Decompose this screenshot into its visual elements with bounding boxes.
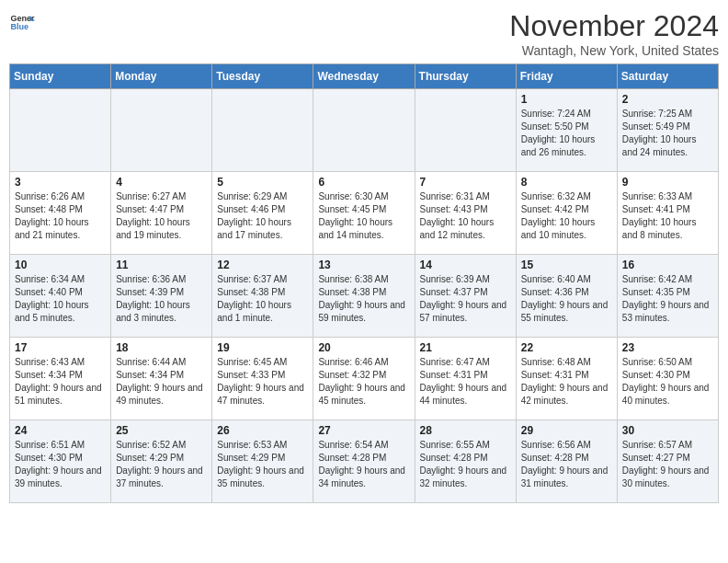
calendar-cell: 18Sunrise: 6:44 AM Sunset: 4:34 PM Dayli… <box>111 338 212 420</box>
calendar-cell: 12Sunrise: 6:37 AM Sunset: 4:38 PM Dayli… <box>212 255 313 338</box>
day-of-week-header: Tuesday <box>212 64 313 89</box>
day-info: Sunrise: 6:51 AM Sunset: 4:30 PM Dayligh… <box>15 439 106 490</box>
day-info: Sunrise: 6:43 AM Sunset: 4:34 PM Dayligh… <box>15 356 106 408</box>
day-number: 21 <box>420 341 511 354</box>
calendar-cell: 22Sunrise: 6:48 AM Sunset: 4:31 PM Dayli… <box>516 338 617 420</box>
day-number: 30 <box>622 424 713 437</box>
calendar-cell <box>313 89 415 172</box>
day-info: Sunrise: 6:53 AM Sunset: 4:29 PM Dayligh… <box>217 439 308 490</box>
day-number: 17 <box>15 341 106 354</box>
day-number: 15 <box>521 259 612 271</box>
calendar-cell: 15Sunrise: 6:40 AM Sunset: 4:36 PM Dayli… <box>516 255 617 338</box>
day-number: 6 <box>318 176 409 189</box>
day-of-week-header: Thursday <box>415 64 516 89</box>
calendar-week-row: 1Sunrise: 7:24 AM Sunset: 5:50 PM Daylig… <box>10 89 719 172</box>
day-info: Sunrise: 6:56 AM Sunset: 4:28 PM Dayligh… <box>521 439 612 490</box>
day-info: Sunrise: 6:54 AM Sunset: 4:28 PM Dayligh… <box>318 439 409 490</box>
day-number: 29 <box>521 424 612 437</box>
day-info: Sunrise: 6:32 AM Sunset: 4:42 PM Dayligh… <box>521 190 612 242</box>
day-number: 9 <box>622 176 713 189</box>
calendar-cell: 19Sunrise: 6:45 AM Sunset: 4:33 PM Dayli… <box>212 338 313 420</box>
location: Wantagh, New York, United States <box>509 43 719 58</box>
day-info: Sunrise: 6:42 AM Sunset: 4:35 PM Dayligh… <box>622 273 713 325</box>
calendar-cell: 24Sunrise: 6:51 AM Sunset: 4:30 PM Dayli… <box>10 420 111 503</box>
logo-icon: General Blue <box>9 9 35 35</box>
calendar-cell: 7Sunrise: 6:31 AM Sunset: 4:43 PM Daylig… <box>415 172 516 255</box>
day-number: 5 <box>217 176 308 189</box>
day-of-week-header: Saturday <box>617 64 718 89</box>
calendar-cell: 3Sunrise: 6:26 AM Sunset: 4:48 PM Daylig… <box>10 172 111 255</box>
calendar-week-row: 17Sunrise: 6:43 AM Sunset: 4:34 PM Dayli… <box>10 338 719 420</box>
calendar-cell: 27Sunrise: 6:54 AM Sunset: 4:28 PM Dayli… <box>313 420 415 503</box>
day-info: Sunrise: 6:29 AM Sunset: 4:46 PM Dayligh… <box>217 190 308 242</box>
logo: General Blue <box>9 9 35 35</box>
day-info: Sunrise: 6:33 AM Sunset: 4:41 PM Dayligh… <box>622 190 713 242</box>
day-info: Sunrise: 6:55 AM Sunset: 4:28 PM Dayligh… <box>420 439 511 490</box>
calendar-cell: 17Sunrise: 6:43 AM Sunset: 4:34 PM Dayli… <box>10 338 111 420</box>
calendar-cell: 21Sunrise: 6:47 AM Sunset: 4:31 PM Dayli… <box>415 338 516 420</box>
calendar-week-row: 3Sunrise: 6:26 AM Sunset: 4:48 PM Daylig… <box>10 172 719 255</box>
calendar-header-row: SundayMondayTuesdayWednesdayThursdayFrid… <box>10 64 719 89</box>
day-info: Sunrise: 6:34 AM Sunset: 4:40 PM Dayligh… <box>15 273 106 325</box>
calendar-cell: 30Sunrise: 6:57 AM Sunset: 4:27 PM Dayli… <box>617 420 718 503</box>
day-info: Sunrise: 6:45 AM Sunset: 4:33 PM Dayligh… <box>217 356 308 408</box>
day-of-week-header: Wednesday <box>313 64 415 89</box>
day-number: 13 <box>318 259 409 271</box>
day-info: Sunrise: 6:50 AM Sunset: 4:30 PM Dayligh… <box>622 356 713 408</box>
day-info: Sunrise: 6:31 AM Sunset: 4:43 PM Dayligh… <box>420 190 511 242</box>
calendar-week-row: 24Sunrise: 6:51 AM Sunset: 4:30 PM Dayli… <box>10 420 719 503</box>
calendar-cell <box>111 89 212 172</box>
calendar-cell: 26Sunrise: 6:53 AM Sunset: 4:29 PM Dayli… <box>212 420 313 503</box>
day-info: Sunrise: 7:25 AM Sunset: 5:49 PM Dayligh… <box>622 108 713 159</box>
day-info: Sunrise: 7:24 AM Sunset: 5:50 PM Dayligh… <box>521 108 612 159</box>
day-of-week-header: Sunday <box>10 64 111 89</box>
day-info: Sunrise: 6:47 AM Sunset: 4:31 PM Dayligh… <box>420 356 511 408</box>
calendar-cell: 8Sunrise: 6:32 AM Sunset: 4:42 PM Daylig… <box>516 172 617 255</box>
calendar-cell: 1Sunrise: 7:24 AM Sunset: 5:50 PM Daylig… <box>516 89 617 172</box>
day-number: 4 <box>116 176 207 189</box>
day-of-week-header: Friday <box>516 64 617 89</box>
calendar-cell: 9Sunrise: 6:33 AM Sunset: 4:41 PM Daylig… <box>617 172 718 255</box>
day-number: 16 <box>622 259 713 271</box>
calendar-cell: 10Sunrise: 6:34 AM Sunset: 4:40 PM Dayli… <box>10 255 111 338</box>
calendar-cell: 13Sunrise: 6:38 AM Sunset: 4:38 PM Dayli… <box>313 255 415 338</box>
calendar-cell: 6Sunrise: 6:30 AM Sunset: 4:45 PM Daylig… <box>313 172 415 255</box>
day-number: 12 <box>217 259 308 271</box>
day-number: 11 <box>116 259 207 271</box>
calendar-cell <box>415 89 516 172</box>
calendar-table: SundayMondayTuesdayWednesdayThursdayFrid… <box>9 63 719 503</box>
day-number: 22 <box>521 341 612 354</box>
day-info: Sunrise: 6:46 AM Sunset: 4:32 PM Dayligh… <box>318 356 409 408</box>
day-info: Sunrise: 6:48 AM Sunset: 4:31 PM Dayligh… <box>521 356 612 408</box>
day-number: 24 <box>15 424 106 437</box>
day-number: 20 <box>318 341 409 354</box>
day-info: Sunrise: 6:26 AM Sunset: 4:48 PM Dayligh… <box>15 190 106 242</box>
day-number: 1 <box>521 93 612 106</box>
day-info: Sunrise: 6:30 AM Sunset: 4:45 PM Dayligh… <box>318 190 409 242</box>
day-info: Sunrise: 6:40 AM Sunset: 4:36 PM Dayligh… <box>521 273 612 325</box>
day-number: 23 <box>622 341 713 354</box>
calendar-cell <box>10 89 111 172</box>
calendar-cell: 28Sunrise: 6:55 AM Sunset: 4:28 PM Dayli… <box>415 420 516 503</box>
calendar-cell: 11Sunrise: 6:36 AM Sunset: 4:39 PM Dayli… <box>111 255 212 338</box>
month-title: November 2024 <box>509 9 719 43</box>
day-info: Sunrise: 6:52 AM Sunset: 4:29 PM Dayligh… <box>116 439 207 490</box>
day-number: 27 <box>318 424 409 437</box>
calendar-cell: 16Sunrise: 6:42 AM Sunset: 4:35 PM Dayli… <box>617 255 718 338</box>
day-number: 10 <box>15 259 106 271</box>
calendar-cell: 29Sunrise: 6:56 AM Sunset: 4:28 PM Dayli… <box>516 420 617 503</box>
day-info: Sunrise: 6:39 AM Sunset: 4:37 PM Dayligh… <box>420 273 511 325</box>
day-info: Sunrise: 6:44 AM Sunset: 4:34 PM Dayligh… <box>116 356 207 408</box>
calendar-cell: 14Sunrise: 6:39 AM Sunset: 4:37 PM Dayli… <box>415 255 516 338</box>
day-number: 19 <box>217 341 308 354</box>
calendar-week-row: 10Sunrise: 6:34 AM Sunset: 4:40 PM Dayli… <box>10 255 719 338</box>
day-number: 3 <box>15 176 106 189</box>
day-number: 28 <box>420 424 511 437</box>
calendar-cell: 20Sunrise: 6:46 AM Sunset: 4:32 PM Dayli… <box>313 338 415 420</box>
calendar-cell: 2Sunrise: 7:25 AM Sunset: 5:49 PM Daylig… <box>617 89 718 172</box>
calendar-cell: 25Sunrise: 6:52 AM Sunset: 4:29 PM Dayli… <box>111 420 212 503</box>
page-header: General Blue November 2024 Wantagh, New … <box>9 9 719 58</box>
day-number: 18 <box>116 341 207 354</box>
day-info: Sunrise: 6:27 AM Sunset: 4:47 PM Dayligh… <box>116 190 207 242</box>
day-number: 2 <box>622 93 713 106</box>
